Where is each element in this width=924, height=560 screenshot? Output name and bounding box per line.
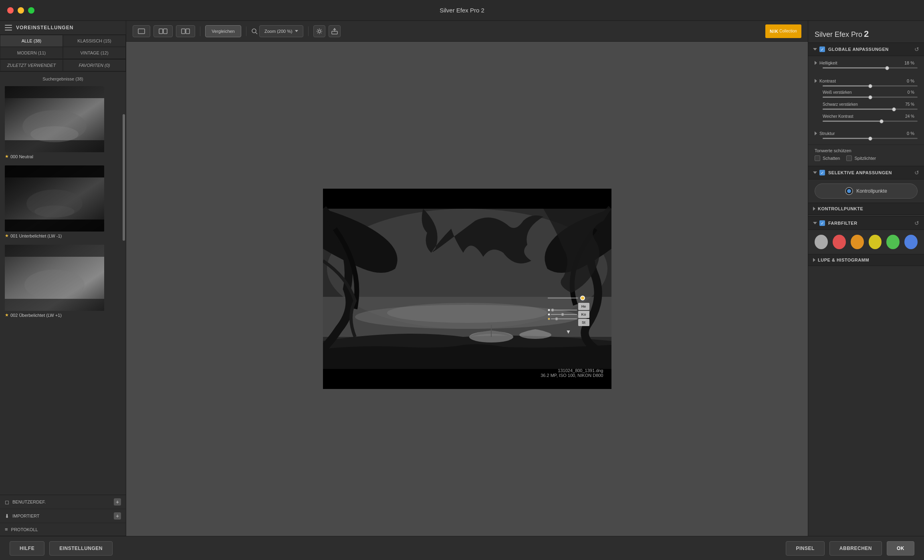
split-h-view-icon [159,28,167,34]
zoom-arrow-icon [295,30,298,32]
add-importiert-button[interactable]: + [114,512,121,520]
reset-selektive-icon[interactable]: ↺ [914,169,919,176]
color-red-button[interactable] [833,235,846,249]
list-item[interactable]: ★ 001 Unterbelichtet (LW -1) [0,164,126,243]
lupe-chevron-icon [813,258,815,262]
cp-main-node[interactable] [580,296,585,300]
list-item[interactable]: ★ 000 Neutral [0,85,126,164]
schwarz-slider[interactable] [823,109,918,110]
window-controls[interactable] [7,7,34,14]
helligkeit-label: Helligkeit [819,60,898,65]
view-split-h-button[interactable] [153,25,173,37]
reset-farbfilter-icon[interactable]: ↺ [914,220,919,226]
protokoll-button[interactable]: ≡ PROTOKOLL [0,523,126,536]
struktur-slider[interactable] [823,138,918,139]
cp-button-st[interactable]: St [578,319,589,326]
maximize-button[interactable] [28,7,34,14]
tab-alle[interactable]: ALLE (38) [0,35,63,47]
cp-button-he[interactable]: He [578,303,589,310]
tab-vintage[interactable]: VINTAGE (12) [63,47,126,59]
spitzlichter-checkbox[interactable] [846,155,852,161]
tab-klassisch[interactable]: KLASSISCH (15) [63,35,126,47]
svg-rect-7 [5,165,104,177]
weiss-value: 0 % [898,90,914,95]
color-neutral-button[interactable] [815,235,828,249]
kontrast-slider[interactable] [823,85,918,87]
preset-name: ★ 002 Überbelichtet (LW +1) [5,311,121,321]
export-button[interactable] [329,25,341,37]
helligkeit-expand-icon[interactable] [815,61,817,65]
kontrollpunkte-add-button[interactable]: Kontrollpunkte [815,183,918,199]
selektive-checkbox[interactable]: ✓ [819,170,825,175]
add-benutzerdef-button[interactable]: + [114,498,121,506]
section-selektive[interactable]: ✓ SELEKTIVE ANPASSUNGEN ↺ [808,166,924,179]
svg-rect-12 [5,245,104,257]
control-points-overlay: He Ko St ▼ [548,296,589,335]
schatten-checkbox[interactable] [815,155,820,161]
weiss-slider[interactable] [823,97,918,98]
color-blue-button[interactable] [904,235,918,249]
cp-row-1 [548,296,589,300]
weicher-slider[interactable] [823,121,918,122]
close-button[interactable] [7,7,14,14]
spitzlichter-label: Spitzlichter [854,156,876,161]
star-icon: ★ [5,154,9,159]
kontrast-expand-icon[interactable] [815,79,817,83]
light-settings-button[interactable] [313,25,325,37]
zoom-dropdown-button[interactable]: Zoom (200 %) [259,25,303,37]
globale-checkbox[interactable]: ✓ [819,46,825,52]
sun-icon [316,28,323,34]
image-filename: 131024_800_1391.dng [541,368,603,373]
color-orange-button[interactable] [851,235,864,249]
split-v-view-icon [181,28,190,34]
main-image[interactable] [323,189,611,389]
list-item[interactable]: ★ 002 Überbelichtet (LW +1) [0,243,126,322]
kontrast-value: 0 % [898,79,914,83]
tab-modern[interactable]: MODERN (11) [0,47,63,59]
section-globale-anpassungen[interactable]: ✓ GLOBALE ANPASSUNGEN ↺ [808,42,924,56]
section-title-kontrollpunkte: Kontrollpunkte [818,206,919,211]
tab-zuletzt[interactable]: ZULETZT VERWENDET [0,59,63,71]
collection-label: Collection [779,29,797,33]
section-kontrollpunkte[interactable]: Kontrollpunkte [808,203,924,215]
struktur-expand-icon[interactable] [815,131,817,135]
action-bar-right: PINSEL ABBRECHEN OK [786,541,914,556]
ok-button[interactable]: OK [887,541,914,556]
benutzerdef-button[interactable]: ◻ BENUTZERDEF. + [0,495,126,509]
star-icon: ★ [5,312,9,318]
compare-button[interactable]: Vergleichen [205,25,241,37]
menu-icon[interactable] [5,25,12,30]
cp-expand-arrow[interactable]: ▼ [548,328,589,335]
section-lupe[interactable]: LUPE & HISTOGRAMM [808,254,924,266]
pinsel-button[interactable]: PINSEL [786,541,824,556]
star-icon: ★ [5,233,9,238]
view-single-button[interactable] [133,25,150,37]
minimize-button[interactable] [18,7,24,14]
rp-title-bold: 2 [864,29,869,39]
helligkeit-slider[interactable] [823,67,918,68]
svg-line-20 [256,32,257,34]
einstellungen-button[interactable]: EINSTELLUNGEN [49,541,113,556]
tab-favoriten[interactable]: FAVORITEN (0) [63,59,126,71]
schwarz-row: Schwarz verstärken 75 % [823,100,918,109]
struktur-label: Struktur [819,131,898,136]
section-farbfilter[interactable]: ✓ FARBFILTER ↺ [808,216,924,230]
svg-rect-2 [5,86,104,98]
cp-button-ko[interactable]: Ko [578,311,589,318]
spitzlichter-checkbox-item: Spitzlichter [846,155,876,161]
left-panel: VOREINSTELLUNGEN ALLE (38) KLASSISCH (15… [0,21,126,536]
left-panel-bottom: ◻ BENUTZERDEF. + ⬇ IMPORTIERT + ≡ PROTOK… [0,495,126,536]
farbfilter-checkbox[interactable]: ✓ [819,220,825,226]
toolbar-separator-2 [246,26,246,36]
importiert-button[interactable]: ⬇ IMPORTIERT + [0,509,126,523]
reset-globale-icon[interactable]: ↺ [914,46,919,52]
schatten-label: Schatten [823,156,840,161]
color-green-button[interactable] [886,235,900,249]
weicher-label: Weicher Kontrast [823,114,898,119]
view-split-v-button[interactable] [176,25,195,37]
hilfe-button[interactable]: HILFE [10,541,44,556]
abbrechen-button[interactable]: ABBRECHEN [829,541,882,556]
svg-rect-15 [159,29,163,34]
action-bar-left: HILFE EINSTELLUNGEN [10,541,113,556]
color-yellow-button[interactable] [869,235,882,249]
